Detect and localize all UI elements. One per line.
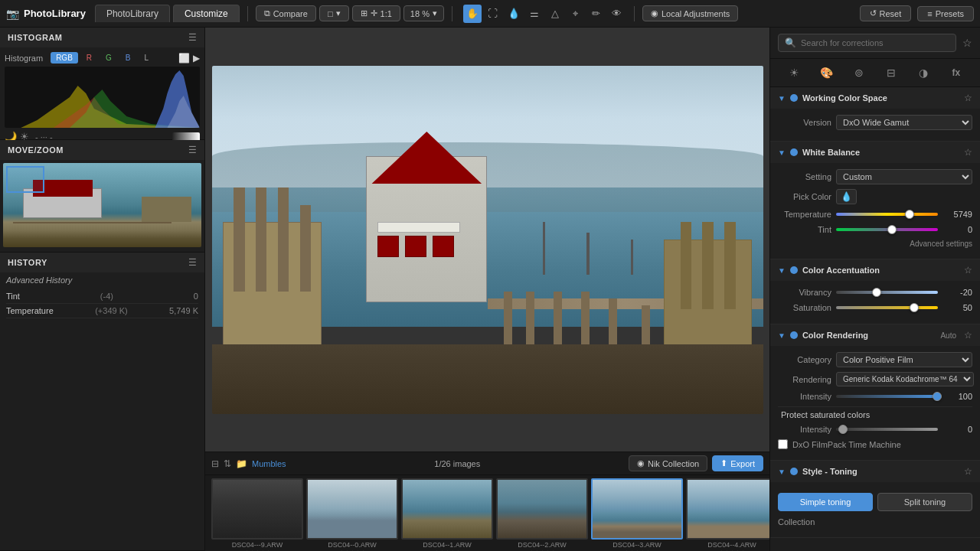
filmstrip-thumb-2[interactable]: DSC04--1.ARW ★★★★★ [401,478,493,551]
filmstrip-thumb-5[interactable]: DSC04--4.ARW ★★★★★ [686,478,769,551]
tab-customize[interactable]: Customize [173,5,240,22]
prot-intensity-slider[interactable] [836,424,938,435]
local-adjustments-button[interactable]: ◉ Local Adjustments [642,5,738,21]
pick-color-icon[interactable]: 💧 [836,189,857,204]
cr-intensity-row: Intensity 100 [778,391,972,402]
hist-settings-icon[interactable]: ▶ [193,53,200,64]
wb-setting-select[interactable]: Custom [836,169,972,184]
section-star-icon[interactable]: ☆ [964,93,972,103]
color-rendering-header[interactable]: ▼ Color Rendering Auto ☆ [770,324,980,346]
brush-tool[interactable]: ✏ [587,5,606,23]
zoom-control[interactable]: 18 % ▾ [403,5,444,21]
tab-photolibrary[interactable]: PhotoLibrary [95,5,170,22]
section-active-dot [790,148,798,156]
right-tools: ☀ 🎨 ⊚ ⊟ ◑ fx [770,59,980,87]
search-input[interactable] [801,38,949,47]
category-select[interactable]: Color Positive Film [836,352,972,367]
section-active-dot [790,331,798,339]
filmstrip-left: ⊟ ⇅ 📁 Mumbles [211,458,286,469]
compare-button[interactable]: ⧉ Compare [256,5,316,21]
view-mode-button[interactable]: □ ▾ [319,5,349,21]
movezoom-header[interactable]: MOVE/ZOOM ☰ [0,140,204,160]
version-select[interactable]: DxO Wide Gamut [836,115,972,130]
history-options-icon[interactable]: ☰ [188,257,197,268]
section-star-icon[interactable]: ☆ [964,265,972,276]
category-row: Category Color Positive Film [778,352,972,367]
hist-tab-rgb[interactable]: RGB [51,52,78,64]
prot-intensity-row: Intensity 0 [778,424,972,435]
hist-tab-g[interactable]: G [100,52,117,64]
sort-icon[interactable]: ⇅ [224,458,231,469]
shape-tool[interactable]: △ [546,5,564,23]
topbar: 📷 PhotoLibrary PhotoLibrary Customize ⧉ … [0,0,980,28]
export-button[interactable]: ⬆ Export [712,455,763,471]
filmstrip-folder[interactable]: Mumbles [252,459,286,468]
history-header[interactable]: HISTORY ☰ [0,253,204,272]
eyedropper-tool[interactable]: 💧 [505,5,523,23]
left-panel: HISTOGRAM ☰ Histogram RGB R G B L ⬜ ▶ [0,28,205,551]
repair-tool[interactable]: ⌖ [567,5,585,23]
history-item[interactable]: Temperature (+349 K) 5,749 K [6,304,198,318]
nik-collection-button[interactable]: ◉ Nik Collection [629,455,707,471]
movezoom-options-icon[interactable]: ☰ [188,145,197,155]
detail-tool-icon[interactable]: ⊚ [848,64,870,82]
filmstrip-thumb-3[interactable]: DSC04--2.ARW ★★★★★ [496,478,588,551]
section-star-icon[interactable]: ☆ [964,466,972,477]
fx-tool-icon[interactable]: fx [946,64,967,82]
color-accentuation-body: Vibrancy -20 Saturation 50 [770,281,980,324]
histogram-options-icon[interactable]: ☰ [188,32,197,43]
hist-tab-b[interactable]: B [120,52,136,64]
divider-1 [778,406,972,407]
mask-tool[interactable]: 👁 [608,5,626,23]
working-color-space-header[interactable]: ▼ Working Color Space ☆ [770,87,980,109]
search-box[interactable]: 🔍 [778,34,956,52]
hist-tab-r[interactable]: R [81,52,97,64]
white-balance-body: Setting Custom Pick Color 💧 Temperature [770,163,980,259]
section-star-icon[interactable]: ☆ [964,147,972,158]
horizon-tool[interactable]: ⚌ [525,5,544,23]
filmstrip-thumb-0[interactable]: DSC04---9.ARW ★★★★★ [211,478,303,551]
wb-pick-color-row: Pick Color 💧 [778,189,972,204]
center-area: ⊟ ⇅ 📁 Mumbles 1/26 images ◉ Nik Collecti… [205,28,769,551]
chevron-down-icon: ▾ [433,8,437,18]
favorite-icon[interactable]: ☆ [962,37,972,49]
vibrancy-slider[interactable] [836,287,938,298]
export-icon: ⬆ [720,458,727,468]
temperature-slider[interactable] [836,209,938,220]
hist-display-icon[interactable]: ⬜ [178,53,190,64]
watermark-tool-icon[interactable]: ◑ [913,64,934,82]
presets-button[interactable]: ≡ Presets [917,6,974,21]
reset-button[interactable]: ↺ Reset [860,5,912,21]
tint-slider[interactable] [836,224,938,235]
color-accentuation-header[interactable]: ▼ Color Accentuation ☆ [770,259,980,281]
view-icon: □ [328,9,333,18]
app-logo: 📷 PhotoLibrary [6,8,86,20]
split-toning-button[interactable]: Split toning [877,493,972,511]
filmpack-checkbox[interactable] [778,439,788,449]
filmstrip-thumb-4[interactable]: DSC04--3.ARW ★★★★★ [591,478,683,551]
cr-intensity-slider[interactable] [836,391,938,402]
crop-tool[interactable]: ⛶ [484,5,502,23]
light-tool-icon[interactable]: ☀ [783,64,805,82]
history-item[interactable]: Tint (-4) 0 [6,289,198,304]
filter-icon[interactable]: ⊟ [211,458,219,469]
saturation-slider[interactable] [836,302,938,313]
movezoom-preview[interactable] [3,163,201,247]
geometry-tool-icon[interactable]: ⊟ [880,64,902,82]
section-star-icon[interactable]: ☆ [964,330,972,341]
color-tool-icon[interactable]: 🎨 [815,64,837,82]
rendering-select[interactable]: Generic Kodak Kodachrome™ 64 [836,372,974,386]
style-toning-header[interactable]: ▼ Style - Toning ☆ [770,461,980,482]
simple-toning-button[interactable]: Simple toning [778,493,873,511]
pan-tool[interactable]: ✋ [463,5,482,23]
nik-icon: ◉ [637,458,645,468]
overlay-button[interactable]: ⊞ ✛ 1:1 [352,5,400,21]
filmstrip-thumb-1[interactable]: DSC04--0.ARW ★★★★★ [306,478,398,551]
photo-viewer[interactable] [205,28,769,452]
advanced-settings-link[interactable]: Advanced settings [910,240,972,248]
collapse-icon: ▼ [778,94,786,103]
section-active-dot [790,468,798,475]
histogram-header[interactable]: HISTOGRAM ☰ [0,28,204,47]
white-balance-header[interactable]: ▼ White Balance ☆ [770,142,980,163]
hist-tab-l[interactable]: L [139,52,154,64]
